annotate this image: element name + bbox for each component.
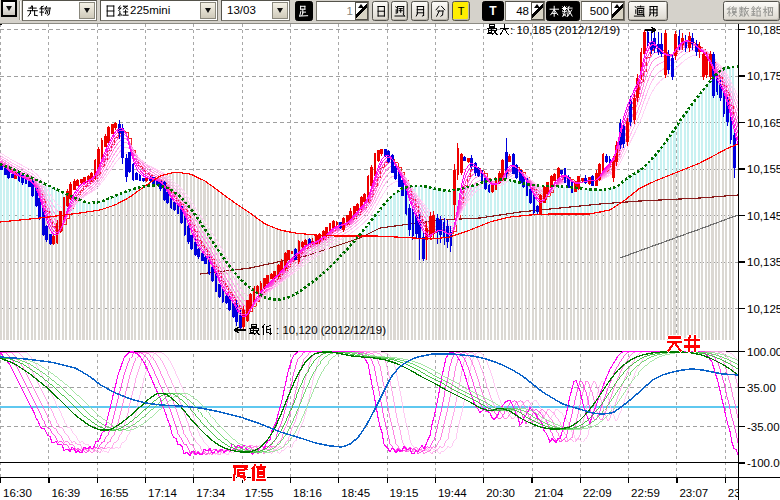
svg-text:21:04: 21:04 xyxy=(535,487,564,499)
svg-text:-100.00: -100.00 xyxy=(747,457,780,469)
svg-text:17:34: 17:34 xyxy=(196,487,225,499)
svg-text:22:09: 22:09 xyxy=(583,487,612,499)
svg-text:18:45: 18:45 xyxy=(341,487,370,499)
svg-text:16:30: 16:30 xyxy=(3,487,32,499)
svg-text:18:16: 18:16 xyxy=(293,487,322,499)
svg-text:23:07: 23:07 xyxy=(679,487,708,499)
svg-text:100.00: 100.00 xyxy=(747,346,780,358)
svg-text:10,125: 10,125 xyxy=(747,303,780,315)
svg-text:10,145: 10,145 xyxy=(747,210,780,222)
svg-text:35.00: 35.00 xyxy=(747,382,776,394)
svg-text:17:14: 17:14 xyxy=(148,487,177,499)
svg-text:16:39: 16:39 xyxy=(51,487,80,499)
svg-text:10,165: 10,165 xyxy=(747,117,780,129)
svg-text:: 10,185 (2012/12/19): : 10,185 (2012/12/19) xyxy=(510,24,620,36)
svg-text:19:44: 19:44 xyxy=(438,487,467,499)
svg-text:10,135: 10,135 xyxy=(747,256,780,268)
svg-text:10,185: 10,185 xyxy=(747,24,780,36)
svg-text:16:55: 16:55 xyxy=(100,487,129,499)
svg-text:17:55: 17:55 xyxy=(245,487,274,499)
svg-text:19:15: 19:15 xyxy=(390,487,419,499)
svg-text:22:59: 22:59 xyxy=(631,487,660,499)
svg-text:-35.00: -35.00 xyxy=(747,421,780,433)
svg-text:10,155: 10,155 xyxy=(747,163,780,175)
svg-text:20:30: 20:30 xyxy=(486,487,515,499)
svg-text:10,175: 10,175 xyxy=(747,70,780,82)
svg-text:: 10,120 (2012/12/19): : 10,120 (2012/12/19) xyxy=(276,324,386,336)
